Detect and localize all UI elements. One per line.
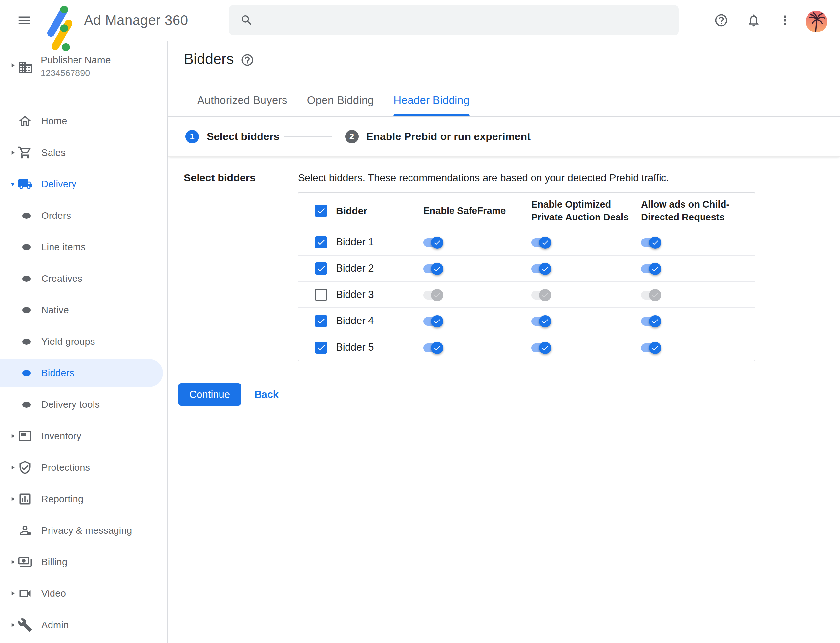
bullet-icon bbox=[22, 401, 31, 408]
safeframe-toggle[interactable] bbox=[423, 317, 439, 326]
child-directed-toggle[interactable] bbox=[641, 317, 657, 326]
caret-right-icon[interactable] bbox=[8, 148, 17, 158]
optimized-deals-toggle[interactable] bbox=[531, 317, 547, 326]
select-all-checkbox[interactable] bbox=[315, 205, 327, 217]
sidebar-item-label: Native bbox=[41, 294, 69, 326]
sidebar-item-yield-groups[interactable]: Yield groups bbox=[0, 326, 167, 357]
child-directed-toggle[interactable] bbox=[641, 264, 657, 273]
avatar[interactable] bbox=[806, 11, 827, 33]
tab-header-bidding[interactable]: Header Bidding bbox=[394, 84, 469, 116]
caret-right-icon[interactable] bbox=[8, 589, 17, 599]
app-title: Ad Manager 360 bbox=[84, 0, 188, 40]
bidder-name: Bidder 2 bbox=[336, 263, 374, 274]
step-number-badge: 1 bbox=[185, 130, 199, 144]
sidebar-item-protections[interactable]: Protections bbox=[0, 452, 167, 483]
optimized-deals-toggle[interactable] bbox=[531, 290, 547, 300]
help-icon bbox=[714, 13, 729, 28]
sidebar-item-video[interactable]: Video bbox=[0, 578, 167, 609]
sidebar-item-label: Admin bbox=[41, 609, 69, 641]
sidebar-item-billing[interactable]: Billing bbox=[0, 546, 167, 578]
help-button[interactable] bbox=[713, 13, 729, 28]
caret-right-icon[interactable] bbox=[8, 432, 17, 442]
ad-manager-logo-icon bbox=[47, 4, 73, 36]
bullet-icon bbox=[22, 276, 31, 282]
tab-bar: Authorized BuyersOpen BiddingHeader Bidd… bbox=[168, 84, 840, 117]
row-checkbox[interactable] bbox=[315, 341, 327, 354]
sidebar-item-admin[interactable]: Admin bbox=[0, 609, 167, 641]
sidebar-item-reporting[interactable]: Reporting bbox=[0, 483, 167, 515]
menu-icon[interactable] bbox=[15, 10, 34, 30]
bullet-icon bbox=[22, 244, 31, 250]
chart-icon bbox=[18, 492, 32, 506]
continue-button[interactable]: Continue bbox=[178, 383, 241, 406]
cart-icon bbox=[18, 145, 32, 160]
step-label: Enable Prebid or run experiment bbox=[366, 131, 531, 143]
safeframe-toggle[interactable] bbox=[423, 343, 439, 353]
sidebar-item-label: Orders bbox=[41, 200, 71, 231]
child-directed-toggle[interactable] bbox=[641, 238, 657, 247]
row-checkbox[interactable] bbox=[315, 315, 327, 327]
search-input[interactable] bbox=[261, 10, 678, 30]
sidebar-item-label: Bidders bbox=[41, 357, 74, 389]
optimized-deals-toggle[interactable] bbox=[531, 238, 547, 247]
more-options-button[interactable] bbox=[777, 13, 793, 28]
sidebar-item-privacy-messaging[interactable]: Privacy & messaging bbox=[0, 515, 167, 546]
sidebar-item-label: Creatives bbox=[41, 263, 82, 294]
column-header-child-directed: Allow ads on Child-Directed Requests bbox=[641, 198, 733, 224]
optimized-deals-toggle[interactable] bbox=[531, 343, 547, 353]
column-header-safeframe: Enable SafeFrame bbox=[423, 204, 531, 217]
table-header-row: Bidder Enable SafeFrame Enable Optimized… bbox=[298, 193, 755, 229]
column-header-bidder: Bidder bbox=[336, 204, 367, 217]
caret-down-icon[interactable] bbox=[8, 180, 17, 189]
sidebar-item-line-items[interactable]: Line items bbox=[0, 231, 167, 263]
back-button[interactable]: Back bbox=[254, 383, 279, 406]
sidebar-item-native[interactable]: Native bbox=[0, 294, 167, 326]
sidebar-item-delivery-tools[interactable]: Delivery tools bbox=[0, 389, 167, 420]
child-directed-toggle[interactable] bbox=[641, 343, 657, 353]
video-icon bbox=[18, 586, 32, 601]
step-2: 2Enable Prebid or run experiment bbox=[345, 130, 531, 144]
child-directed-toggle[interactable] bbox=[641, 290, 657, 300]
billing-icon bbox=[18, 555, 32, 569]
sidebar-item-sales[interactable]: Sales bbox=[0, 137, 167, 168]
publisher-selector[interactable]: Publisher Name 1234567890 bbox=[0, 41, 167, 95]
safeframe-toggle[interactable] bbox=[423, 264, 439, 273]
caret-right-icon[interactable] bbox=[8, 621, 17, 630]
sidebar-item-home[interactable]: Home bbox=[0, 105, 167, 137]
bidder-name: Bidder 1 bbox=[336, 236, 374, 248]
search-bar[interactable] bbox=[229, 5, 678, 36]
sidebar-item-inventory[interactable]: Inventory bbox=[0, 420, 167, 452]
caret-right-icon[interactable] bbox=[8, 463, 17, 473]
publisher-id: 1234567890 bbox=[41, 68, 90, 78]
tab-open-bidding[interactable]: Open Bidding bbox=[307, 84, 374, 116]
table-row: Bidder 3 bbox=[298, 282, 755, 308]
bidders-table: Bidder Enable SafeFrame Enable Optimized… bbox=[297, 192, 755, 361]
row-checkbox[interactable] bbox=[315, 289, 327, 301]
bidder-name: Bidder 5 bbox=[336, 341, 374, 353]
safeframe-toggle[interactable] bbox=[423, 238, 439, 247]
table-row: Bidder 1 bbox=[298, 229, 755, 256]
notifications-button[interactable] bbox=[746, 13, 762, 28]
sidebar-item-bidders[interactable]: Bidders bbox=[0, 357, 167, 389]
sidebar-item-orders[interactable]: Orders bbox=[0, 200, 167, 231]
tab-authorized-buyers[interactable]: Authorized Buyers bbox=[197, 84, 288, 116]
safeframe-toggle[interactable] bbox=[423, 290, 439, 300]
home-icon bbox=[18, 114, 32, 128]
row-checkbox[interactable] bbox=[315, 236, 327, 248]
truck-icon bbox=[18, 177, 32, 191]
page-help-button[interactable] bbox=[240, 53, 255, 68]
caret-right-icon[interactable] bbox=[8, 495, 17, 504]
table-row: Bidder 5 bbox=[298, 334, 755, 361]
caret-right-icon[interactable] bbox=[8, 558, 17, 568]
wrench-icon bbox=[18, 618, 32, 632]
check-icon bbox=[316, 206, 326, 215]
top-app-bar: Ad Manager 360 bbox=[0, 0, 840, 40]
sidebar-item-creatives[interactable]: Creatives bbox=[0, 263, 167, 294]
sidebar-item-delivery[interactable]: Delivery bbox=[0, 168, 167, 200]
row-checkbox[interactable] bbox=[315, 263, 327, 274]
optimized-deals-toggle[interactable] bbox=[531, 264, 547, 273]
step-number-badge: 2 bbox=[345, 130, 359, 144]
sidebar-item-label: Sales bbox=[41, 137, 65, 168]
section-label: Select bidders bbox=[184, 172, 256, 184]
stepper: 1Select bidders2Enable Prebid or run exp… bbox=[168, 117, 840, 157]
